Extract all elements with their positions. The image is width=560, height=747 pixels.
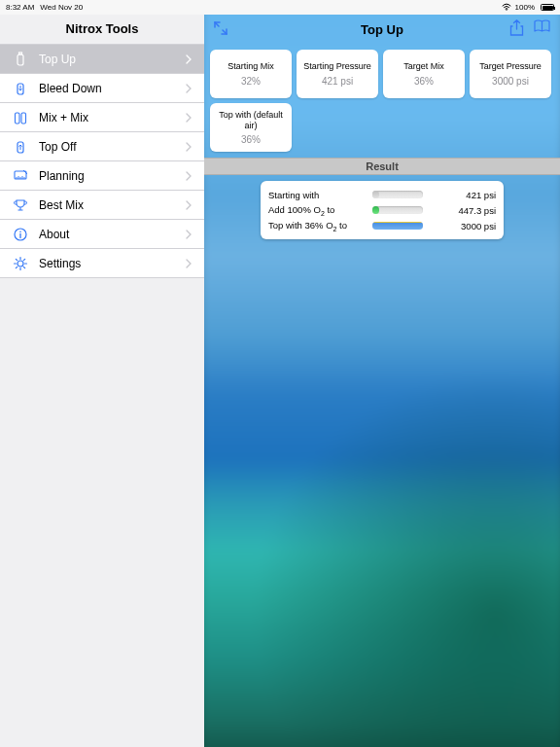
gear-icon: [12, 255, 29, 272]
sidebar-item-label: Top Up: [39, 53, 185, 66]
detail-pane: Top Up Starting Mix 32% Starting Pressur: [204, 15, 560, 747]
tank-down-icon: [12, 80, 29, 97]
card-value: 421 psi: [322, 76, 353, 87]
sidebar-title: Nitrox Tools: [0, 15, 204, 44]
result-bar: [372, 206, 423, 214]
card-value: 36%: [414, 76, 434, 87]
svg-point-10: [18, 261, 23, 267]
sidebar-item-top-up[interactable]: Top Up: [0, 45, 204, 74]
result-bar: [372, 191, 423, 198]
trophy-icon: [12, 196, 29, 214]
result-value: 447.3 psi: [434, 205, 496, 216]
card-target-mix[interactable]: Target Mix 36%: [383, 50, 465, 98]
status-date: Wed Nov 20: [40, 3, 83, 12]
input-cards: Starting Mix 32% Starting Pressure 421 p…: [204, 44, 560, 152]
sidebar-item-label: Top Off: [39, 140, 185, 154]
sidebar-item-label: Best Mix: [39, 198, 185, 212]
chevron-right-icon: [185, 109, 192, 126]
sidebar-item-label: Bleed Down: [39, 82, 185, 95]
result-bar: [372, 222, 423, 230]
result-label: Add 100% O2 to: [268, 204, 361, 217]
result-value: 421 psi: [434, 190, 496, 200]
result-row: Top with 36% O2 to 3000 psi: [268, 218, 496, 233]
card-starting-mix[interactable]: Starting Mix 32%: [210, 50, 292, 98]
card-value: 36%: [241, 134, 261, 145]
detail-header: Top Up: [204, 15, 560, 44]
share-button[interactable]: [509, 19, 524, 40]
svg-point-9: [19, 231, 21, 232]
battery-pct: 100%: [515, 3, 535, 12]
svg-rect-2: [19, 53, 22, 54]
sidebar-item-bleed-down[interactable]: Bleed Down: [0, 74, 204, 103]
sidebar-item-label: About: [39, 228, 185, 241]
sidebar-item-label: Mix + Mix: [39, 111, 185, 124]
card-title: Target Mix: [403, 61, 444, 71]
chevron-right-icon: [185, 196, 192, 214]
sidebar-item-top-off[interactable]: Top Off: [0, 132, 204, 161]
status-time: 8:32 AM: [6, 3, 34, 12]
result-header: Result: [204, 158, 560, 175]
chevron-right-icon: [185, 138, 192, 156]
card-title: Top with (default air): [212, 110, 290, 130]
result-panel: Starting with 421 psi Add 100% O2 to 447…: [261, 181, 504, 239]
svg-point-0: [506, 9, 507, 10]
sidebar-item-label: Planning: [39, 169, 185, 183]
svg-rect-5: [21, 113, 26, 124]
result-row: Starting with 421 psi: [268, 187, 496, 202]
svg-rect-4: [16, 113, 20, 124]
chevron-right-icon: [185, 80, 192, 97]
card-value: 3000 psi: [492, 76, 529, 87]
svg-rect-1: [18, 54, 23, 65]
card-target-pressure[interactable]: Target Pressure 3000 psi: [470, 50, 551, 98]
chevron-right-icon: [185, 226, 192, 243]
ruler-icon: [12, 167, 29, 185]
card-title: Target Pressure: [479, 61, 542, 71]
card-starting-pressure[interactable]: Starting Pressure 421 psi: [297, 50, 378, 98]
tanks-icon: [12, 109, 29, 126]
bookmark-button[interactable]: [534, 19, 550, 40]
card-title: Starting Mix: [228, 61, 274, 71]
detail-title: Top Up: [204, 22, 560, 37]
wifi-icon: [502, 3, 511, 13]
result-label: Top with 36% O2 to: [268, 220, 361, 232]
card-value: 32%: [241, 76, 261, 87]
tank-icon: [12, 51, 29, 68]
sidebar: Nitrox Tools Top Up Bleed Down Mix + Mix: [0, 15, 204, 747]
sidebar-item-best-mix[interactable]: Best Mix: [0, 191, 204, 220]
result-label: Starting with: [268, 190, 361, 200]
sidebar-list: Top Up Bleed Down Mix + Mix Top Off: [0, 44, 204, 278]
tank-up-icon: [12, 138, 29, 156]
result-row: Add 100% O2 to 447.3 psi: [268, 202, 496, 218]
result-value: 3000 psi: [434, 221, 496, 231]
sidebar-item-label: Settings: [39, 257, 185, 270]
battery-icon: [539, 4, 554, 11]
sidebar-item-about[interactable]: About: [0, 220, 204, 249]
card-top-with[interactable]: Top with (default air) 36%: [210, 103, 292, 152]
chevron-right-icon: [185, 167, 192, 185]
expand-button[interactable]: [214, 21, 228, 38]
chevron-right-icon: [185, 255, 192, 272]
info-icon: [12, 226, 29, 243]
sidebar-item-settings[interactable]: Settings: [0, 249, 204, 278]
sidebar-item-mix-plus-mix[interactable]: Mix + Mix: [0, 103, 204, 132]
sidebar-item-planning[interactable]: Planning: [0, 161, 204, 191]
status-bar: 8:32 AM Wed Nov 20 100%: [0, 0, 560, 15]
card-title: Starting Pressure: [303, 61, 371, 71]
chevron-right-icon: [185, 51, 192, 68]
